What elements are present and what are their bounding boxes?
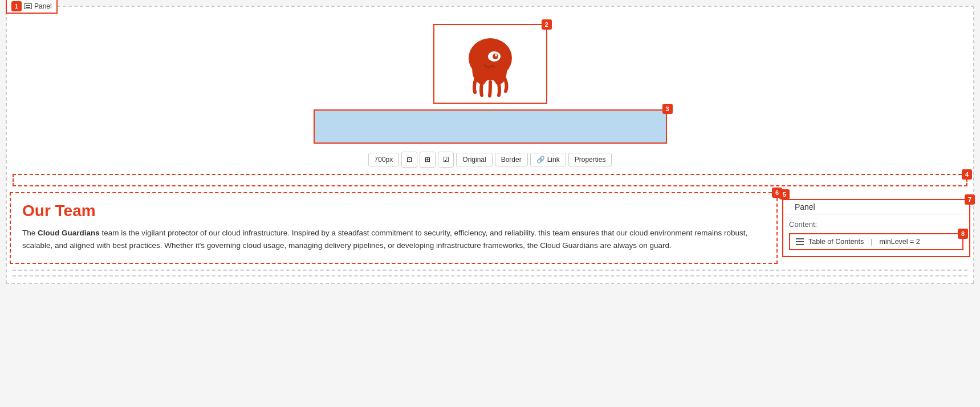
badge-1: 1 (11, 1, 22, 11)
badge-2: 2 (542, 19, 552, 30)
toc-box: 8 Table of Contents | minLevel = 2 (789, 233, 963, 250)
creature-image (453, 30, 527, 98)
empty-panel-4: 4 (13, 174, 967, 186)
border-button[interactable]: Border (495, 153, 528, 166)
icon-btn-2[interactable]: ⊞ (420, 152, 436, 168)
toc-param: minLevel = 2 (880, 238, 920, 246)
panel-1-label: 1 Panel (6, 0, 58, 14)
main-panel: 1 Panel 2 (6, 6, 974, 284)
original-button[interactable]: Original (456, 153, 492, 166)
bottom-section: 6 Our Team The Cloud Guardians team is t… (7, 189, 973, 267)
our-team-heading: Our Team (22, 202, 765, 220)
badge-5: 5 (779, 189, 790, 200)
badge-4: 4 (962, 169, 972, 180)
svg-point-3 (495, 54, 497, 56)
panel-1-text: Panel (34, 2, 52, 10)
content-label: Content: (789, 220, 963, 229)
icon-btn-1[interactable]: ⊡ (401, 152, 417, 168)
blue-banner (314, 109, 667, 144)
link-label: Link (547, 156, 560, 164)
toc-label: Table of Contents (808, 238, 864, 246)
toc-separator: | (871, 238, 872, 246)
toc-icon-bottom-line (796, 244, 804, 245)
link-button[interactable]: 🔗 Link (530, 153, 566, 166)
content-paragraph: The Cloud Guardians team is the vigilant… (22, 227, 765, 251)
bold-text: Cloud Guardians (38, 229, 100, 237)
badge-7: 7 (965, 194, 975, 205)
badge-8: 8 (958, 229, 968, 239)
top-section: 2 (7, 7, 973, 171)
page-wrapper: 1 Panel 2 (0, 6, 980, 407)
properties-button[interactable]: Properties (568, 153, 612, 166)
bottom-border-2 (13, 275, 967, 280)
image-toolbar: 700px ⊡ ⊞ ☑ Original Border 🔗 Link Prope… (368, 148, 612, 171)
size-button[interactable]: 700px (368, 153, 400, 166)
right-panel-header: Panel (783, 200, 969, 214)
panel-7-label: Panel (795, 202, 815, 211)
right-panel-body: Content: 8 Table of Contents | minLevel … (783, 214, 969, 256)
bottom-border (13, 270, 967, 275)
link-icon: 🔗 (536, 156, 545, 164)
toc-icon (796, 238, 804, 245)
panel-icon-1 (24, 3, 32, 9)
right-panel: 5 7 Panel Content: (779, 189, 973, 267)
image-panel: 2 (433, 24, 547, 104)
icon-btn-3[interactable]: ☑ (438, 152, 454, 168)
badge-3: 3 (662, 104, 673, 114)
blue-banner-container: 3 (314, 109, 667, 144)
left-panel: 6 Our Team The Cloud Guardians team is t… (10, 192, 778, 264)
right-inner-panel: 7 Panel Content: 8 (782, 199, 970, 257)
